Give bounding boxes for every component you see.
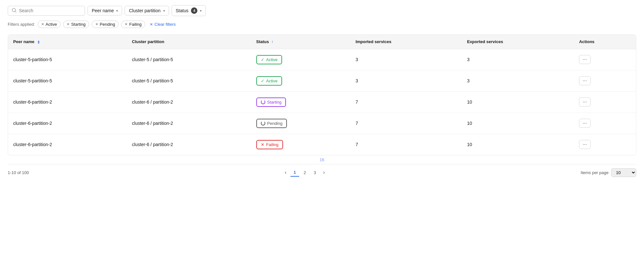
cell-status: Starting [251, 91, 351, 113]
filters-applied-row: Filters applied: ✕ Active ✕ Starting ✕ P… [8, 21, 636, 28]
cell-cluster-partition: cluster-6 / partition-2 [127, 113, 251, 134]
cell-exported-services: 10 [462, 134, 574, 155]
table-row: cluster-6-partition-2cluster-6 / partiti… [8, 91, 636, 113]
cell-status: ✕Failing [251, 134, 351, 155]
svg-line-1 [15, 11, 16, 12]
cell-peer-name: cluster-6-partition-2 [8, 134, 127, 155]
cell-peer-name: cluster-5-partition-5 [8, 49, 127, 70]
pagination-next-button[interactable]: › [320, 168, 327, 177]
search-input[interactable] [19, 8, 81, 13]
cell-peer-name: cluster-6-partition-2 [8, 91, 127, 113]
filter-chip-active[interactable]: ✕ Active [38, 21, 61, 28]
row-actions-button[interactable]: ··· [579, 76, 590, 85]
cell-actions: ··· [574, 49, 636, 70]
cell-cluster-partition: cluster-5 / partition-5 [127, 70, 251, 91]
table-header-row: Peer name Cluster partition Status ↑ [8, 35, 636, 49]
col-header-exported-services: Exported services [462, 35, 574, 49]
sort-icon-status[interactable]: ↑ [271, 39, 274, 44]
spin-circle-icon [261, 100, 265, 104]
items-per-page-select[interactable]: 10 25 50 100 [611, 168, 636, 177]
items-per-page-label: Items per page [581, 170, 609, 175]
checkmark-icon: ✓ [261, 57, 264, 62]
cell-cluster-partition: cluster-6 / partition-2 [127, 134, 251, 155]
pagination-prev-button[interactable]: ‹ [282, 168, 289, 177]
cell-exported-services: 10 [462, 91, 574, 113]
pagination-range-label: 1-10 of 100 [8, 170, 29, 175]
col-header-imported-services: Imported services [350, 35, 462, 49]
table-row: cluster-6-partition-2cluster-6 / partiti… [8, 134, 636, 155]
remove-filter-icon: ✕ [41, 22, 44, 26]
clear-filters-button[interactable]: ✕ Clear filters [148, 21, 178, 28]
pagination-pages: ‹ 1 2 3 › [282, 168, 327, 177]
chevron-down-icon: ▾ [163, 9, 165, 13]
cell-exported-services: 3 [462, 49, 574, 70]
cell-status: ✓Active [251, 70, 351, 91]
status-badge: ✕Failing [256, 140, 283, 149]
data-table: Peer name Cluster partition Status ↑ [8, 35, 636, 155]
cell-actions: ··· [574, 70, 636, 91]
cell-peer-name: cluster-6-partition-2 [8, 113, 127, 134]
pagination-page-2[interactable]: 2 [300, 169, 309, 176]
search-icon [12, 8, 16, 14]
status-badge: ✓Active [256, 76, 282, 86]
row-actions-button[interactable]: ··· [579, 119, 590, 128]
cell-cluster-partition: cluster-6 / partition-2 [127, 91, 251, 113]
peer-name-dropdown[interactable]: Peer name ▾ [88, 6, 122, 15]
chevron-down-icon: ▾ [200, 9, 202, 13]
pending-circle-icon [261, 121, 265, 125]
row-actions-button[interactable]: ··· [579, 140, 590, 149]
x-icon: ✕ [261, 142, 264, 147]
pagination-controls: 1-10 of 100 ‹ 1 2 3 › Items per page 10 … [8, 164, 636, 181]
pagination-page-1[interactable]: 1 [290, 169, 299, 177]
cell-actions: ··· [574, 91, 636, 113]
table-row: cluster-5-partition-5cluster-5 / partiti… [8, 49, 636, 70]
pagination-page-3[interactable]: 3 [310, 169, 319, 176]
cell-exported-services: 3 [462, 70, 574, 91]
cell-imported-services: 7 [350, 113, 462, 134]
col-header-status[interactable]: Status ↑ [251, 35, 351, 49]
cell-imported-services: 3 [350, 49, 462, 70]
items-per-page-control: Items per page 10 25 50 100 [581, 168, 636, 177]
filters-applied-label: Filters applied: [8, 22, 35, 27]
status-badge: Starting [256, 97, 286, 107]
status-badge: Pending [256, 119, 287, 128]
chevron-down-icon: ▾ [116, 9, 118, 13]
page-number-row: 16 [8, 155, 636, 164]
col-header-cluster-partition: Cluster partition [127, 35, 251, 49]
clear-filters-x-icon: ✕ [150, 22, 153, 27]
remove-filter-icon: ✕ [125, 22, 128, 26]
col-header-actions: Actions [574, 35, 636, 49]
cell-imported-services: 7 [350, 134, 462, 155]
table-row: cluster-5-partition-5cluster-5 / partiti… [8, 70, 636, 91]
cell-actions: ··· [574, 113, 636, 134]
cell-status: ✓Active [251, 49, 351, 70]
status-count-badge: 4 [191, 7, 197, 14]
row-actions-button[interactable]: ··· [579, 97, 590, 107]
table-row: cluster-6-partition-2cluster-6 / partiti… [8, 113, 636, 134]
status-dropdown[interactable]: Status 4 ▾ [172, 5, 206, 16]
data-table-wrapper: Peer name Cluster partition Status ↑ [8, 34, 636, 155]
cell-peer-name: cluster-5-partition-5 [8, 70, 127, 91]
filter-bar: Peer name ▾ Cluster partition ▾ Status 4… [8, 5, 636, 16]
filter-chip-failing[interactable]: ✕ Failing [121, 21, 145, 28]
search-input-wrapper[interactable] [8, 6, 85, 16]
cell-imported-services: 7 [350, 91, 462, 113]
cell-status: Pending [251, 113, 351, 134]
row-actions-button[interactable]: ··· [579, 55, 590, 64]
cell-imported-services: 3 [350, 70, 462, 91]
status-badge: ✓Active [256, 55, 282, 64]
filter-chip-pending[interactable]: ✕ Pending [92, 21, 119, 28]
remove-filter-icon: ✕ [95, 22, 98, 26]
cell-cluster-partition: cluster-5 / partition-5 [127, 49, 251, 70]
filter-chip-starting[interactable]: ✕ Starting [63, 21, 89, 28]
sort-icon-peer-name[interactable] [37, 40, 41, 44]
remove-filter-icon: ✕ [67, 22, 70, 26]
page-center-number: 16 [320, 157, 324, 162]
cell-actions: ··· [574, 134, 636, 155]
cell-exported-services: 10 [462, 113, 574, 134]
checkmark-icon: ✓ [261, 79, 264, 83]
cluster-partition-dropdown[interactable]: Cluster partition ▾ [125, 6, 169, 15]
col-header-peer-name[interactable]: Peer name [8, 35, 127, 49]
